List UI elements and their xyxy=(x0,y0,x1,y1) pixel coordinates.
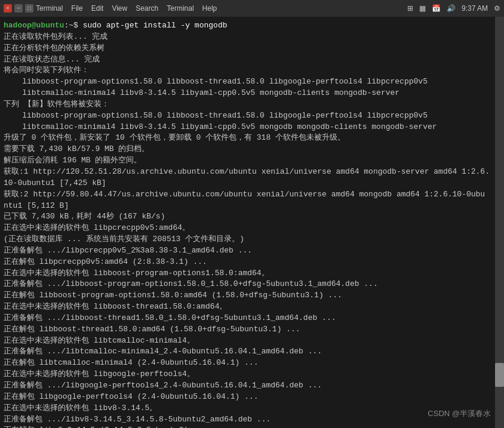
clock: 9:37 AM xyxy=(462,4,488,13)
title-bar-right: ⊞ ▦ 📅 🔊 9:37 AM ⚙ xyxy=(407,4,500,13)
battery-icon: ▦ xyxy=(419,4,426,13)
volume-icon: 🔊 xyxy=(447,4,456,13)
network-icon: ⊞ xyxy=(407,4,413,13)
menu-search[interactable]: Search xyxy=(136,4,158,13)
settings-icon[interactable]: ⚙ xyxy=(494,4,500,13)
close-button[interactable]: × xyxy=(4,4,12,13)
menu-file[interactable]: File xyxy=(71,4,82,13)
title-bar-left: × − □ Terminal File Edit View Search Ter… xyxy=(4,4,217,13)
menu-help[interactable]: Help xyxy=(202,4,217,13)
scrollbar[interactable] xyxy=(495,17,504,428)
terminal-content: hadoop@ubuntu:~$ sudo apt-get install -y… xyxy=(4,20,493,428)
terminal[interactable]: hadoop@ubuntu:~$ sudo apt-get install -y… xyxy=(0,17,495,428)
menu-terminal[interactable]: Terminal xyxy=(36,4,63,13)
minimize-button[interactable]: − xyxy=(14,4,23,13)
menu-edit[interactable]: Edit xyxy=(91,4,104,13)
title-bar: × − □ Terminal File Edit View Search Ter… xyxy=(0,0,504,17)
maximize-button[interactable]: □ xyxy=(25,4,33,13)
calendar-icon: 📅 xyxy=(432,4,441,13)
terminal-wrapper: hadoop@ubuntu:~$ sudo apt-get install -y… xyxy=(0,17,504,428)
watermark: CSDN @半溪春水 xyxy=(428,408,491,420)
menu-view[interactable]: View xyxy=(112,4,127,13)
menu-terminal2[interactable]: Terminal xyxy=(167,4,193,13)
scrollbar-thumb[interactable] xyxy=(495,363,504,387)
menu-bar: Terminal File Edit View Search Terminal … xyxy=(36,4,217,13)
